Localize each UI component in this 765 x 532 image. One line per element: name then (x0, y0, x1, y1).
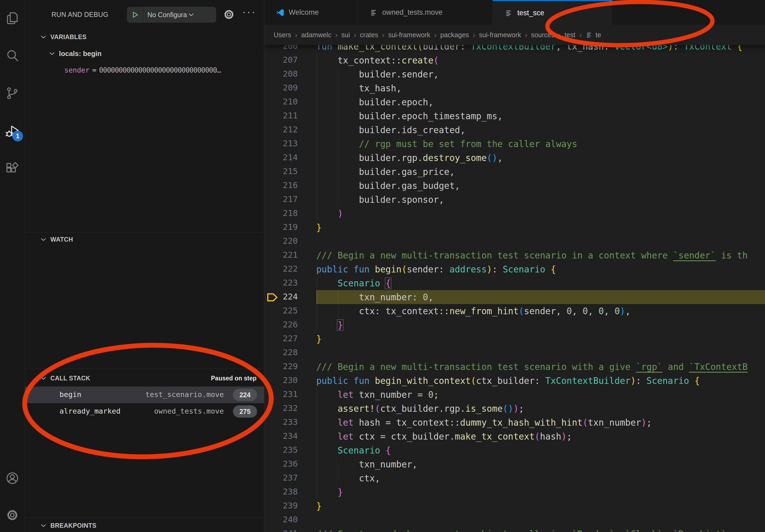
breadcrumb-item[interactable]: crates (360, 31, 378, 39)
code-editor[interactable]: 206fun make_tx_context(builder: TxContex… (264, 0, 765, 532)
code-line[interactable]: 221/// Begin a new multi-transaction tes… (264, 248, 765, 262)
code-line[interactable]: 210 builder.epoch, (264, 95, 765, 109)
line-number[interactable]: 237 (277, 473, 298, 482)
code-line[interactable]: 208 builder.sender, (264, 67, 765, 81)
code-line[interactable]: 229/// Begin a new multi-transaction tes… (264, 360, 765, 374)
line-number[interactable]: 241 (277, 529, 298, 532)
line-number[interactable]: 228 (277, 348, 298, 357)
activity-bar-extensions[interactable] (0, 156, 25, 183)
settings-gear-icon[interactable] (223, 8, 235, 22)
code-line[interactable]: 232 assert!(ctx_builder.rgp.is_some()); (264, 401, 765, 415)
code-line[interactable]: 224 txn_number: 0, (264, 290, 765, 304)
line-number[interactable]: 233 (277, 417, 298, 427)
line-number[interactable]: 232 (277, 403, 298, 413)
breadcrumb-item[interactable]: adamwelc (301, 31, 332, 39)
line-number[interactable]: 240 (277, 515, 298, 524)
call-stack-frame-begin[interactable]: begintest_scenario.move224 (25, 387, 264, 403)
section-header-variables[interactable]: VARIABLES (25, 30, 264, 44)
code-line[interactable]: 237 ctx, (264, 471, 765, 485)
breadcrumb-item[interactable]: te (596, 31, 601, 39)
activity-bar-account[interactable] (0, 465, 25, 492)
line-number[interactable]: 212 (277, 125, 298, 134)
line-number[interactable]: 230 (277, 375, 298, 385)
code-line[interactable]: 235 Scenario { (264, 443, 765, 457)
code-line[interactable]: 236 txn_number, (264, 457, 765, 471)
code-line[interactable]: 230public fun begin_with_context(ctx_bui… (264, 374, 765, 388)
line-number[interactable]: 227 (277, 334, 298, 343)
code-line[interactable]: 214 builder.rgp.destroy_some(), (264, 151, 765, 165)
activity-bar-search[interactable] (0, 43, 25, 70)
line-number[interactable]: 210 (277, 97, 298, 106)
debug-config-dropdown[interactable]: No Configura (127, 7, 216, 23)
section-header-call-stack[interactable]: CALL STACK Paused on step (25, 371, 264, 385)
line-number[interactable]: 236 (277, 459, 298, 468)
tab-welcome[interactable]: Welcome (264, 0, 358, 25)
more-actions-icon[interactable]: ··· (242, 6, 256, 18)
line-number[interactable]: 214 (277, 152, 298, 162)
line-number[interactable]: 216 (277, 180, 298, 190)
breadcrumb-item[interactable]: sui-framework (388, 31, 430, 39)
activity-bar-settings-gear[interactable] (0, 502, 25, 529)
breadcrumb-item[interactable]: sources (531, 31, 554, 39)
breadcrumb-item[interactable]: sui (342, 31, 350, 39)
code-line[interactable]: 241/// Creates and shares system objects… (264, 527, 765, 532)
section-header-breakpoints[interactable]: BREAKPOINTS (25, 519, 264, 532)
activity-bar-files[interactable] (0, 5, 25, 32)
code-line[interactable]: 216 builder.gas_budget, (264, 179, 765, 193)
line-number[interactable]: 222 (277, 264, 298, 274)
line-number[interactable]: 218 (277, 208, 298, 218)
code-line[interactable]: 212 builder.ids_created, (264, 123, 765, 137)
variables-scope-row[interactable]: locals: begin (25, 46, 288, 61)
breadcrumb-item[interactable]: Users (274, 31, 291, 39)
line-number[interactable]: 220 (277, 236, 298, 246)
line-number[interactable]: 239 (277, 501, 298, 510)
line-number[interactable]: 219 (277, 222, 298, 232)
line-number[interactable]: 226 (277, 320, 298, 329)
tab-test-sce[interactable]: test_sce (493, 0, 612, 25)
activity-bar-source-control[interactable] (0, 80, 25, 107)
code-line[interactable]: 233 let hash = tx_context::dummy_tx_hash… (264, 415, 765, 429)
start-debugging-icon[interactable] (127, 7, 143, 22)
section-header-watch[interactable]: WATCH (25, 232, 264, 246)
breadcrumb-item[interactable]: packages (440, 31, 469, 39)
code-line[interactable]: 222public fun begin(sender: address): Sc… (264, 262, 765, 276)
line-number[interactable]: 211 (277, 111, 298, 120)
call-stack-frame-already_marked[interactable]: already_markedowned_tests.move275 (25, 403, 264, 420)
code-line[interactable]: 227} (264, 332, 765, 346)
code-line[interactable]: 223 Scenario { (264, 276, 765, 290)
line-number[interactable]: 217 (277, 194, 298, 204)
activity-bar-run-and-debug[interactable]: 1 (0, 119, 25, 145)
code-line[interactable]: 218 ) (264, 206, 765, 220)
code-line[interactable]: 219} (264, 220, 765, 234)
code-line[interactable]: 207 tx_context::create( (264, 53, 765, 67)
line-number[interactable]: 238 (277, 487, 298, 496)
line-number[interactable]: 225 (277, 306, 298, 315)
code-line[interactable]: 238 } (264, 485, 765, 499)
line-number[interactable]: 213 (277, 138, 298, 148)
line-number[interactable]: 235 (277, 445, 298, 454)
line-number[interactable]: 215 (277, 166, 298, 176)
line-number[interactable]: 224 (277, 292, 298, 301)
breadcrumb-item[interactable]: test (564, 31, 575, 39)
code-line[interactable]: 213 // rgp must be set from the caller a… (264, 137, 765, 151)
code-line[interactable]: 226 } (264, 318, 765, 332)
line-number[interactable]: 223 (277, 278, 298, 287)
code-line[interactable]: 239} (264, 499, 765, 513)
line-number[interactable]: 221 (277, 250, 298, 260)
line-number[interactable]: 209 (277, 83, 298, 93)
code-line[interactable]: 240 (264, 513, 765, 527)
line-number[interactable]: 231 (277, 389, 298, 399)
code-line[interactable]: 228 (264, 346, 765, 360)
code-line[interactable]: 211 builder.epoch_timestamp_ms, (264, 109, 765, 123)
line-number[interactable]: 229 (277, 361, 298, 371)
code-line[interactable]: 234 let ctx = ctx_builder.make_tx_contex… (264, 429, 765, 443)
code-line[interactable]: 209 tx_hash, (264, 81, 765, 95)
code-line[interactable]: 231 let txn_number = 0; (264, 388, 765, 401)
line-number[interactable]: 234 (277, 431, 298, 441)
breadcrumb-item[interactable]: sui-framework (479, 31, 521, 39)
code-line[interactable]: 217 builder.sponsor, (264, 193, 765, 206)
code-line[interactable]: 220 (264, 234, 765, 248)
tab-owned-tests-move[interactable]: owned_tests.move (358, 0, 492, 25)
code-line[interactable]: 215 builder.gas_price, (264, 165, 765, 179)
variable-row-sender[interactable]: sender = 000000000000000000000000000000… (25, 63, 304, 78)
